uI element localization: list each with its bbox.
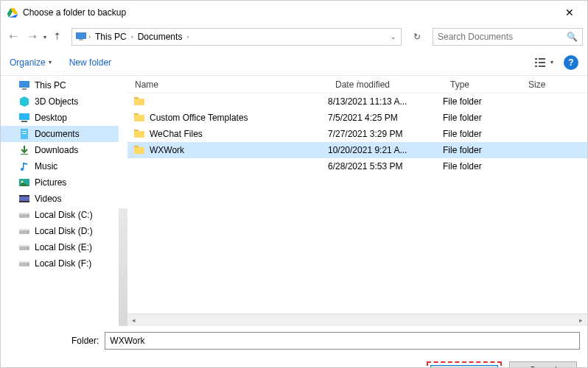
resizer[interactable] — [119, 208, 127, 326]
help-button[interactable]: ? — [564, 55, 578, 70]
recent-menu[interactable]: ▾ — [43, 34, 46, 40]
chevron-right-icon[interactable]: › — [87, 33, 92, 40]
svg-rect-17 — [22, 131, 27, 132]
svg-rect-34 — [19, 245, 29, 247]
svg-rect-8 — [539, 62, 545, 63]
folder-icon — [133, 144, 145, 157]
nav-row: 🠐 🠒 ▾ 🠑 › This PC › Documents › ⌄ ↻ 🔍 — [1, 24, 587, 49]
column-name[interactable]: ⌃Name — [127, 79, 328, 90]
sidebar-item-label: Music — [35, 161, 57, 171]
address-dropdown[interactable]: ⌄ — [385, 33, 401, 40]
sidebar-item-downloads[interactable]: Downloads — [1, 142, 119, 158]
sidebar[interactable]: This PC3D ObjectsDesktopDocumentsDownloa… — [1, 76, 119, 326]
highlight-annotation: Select Folder — [427, 361, 502, 368]
svg-rect-19 — [21, 154, 28, 155]
disk-icon — [18, 258, 30, 269]
down-icon — [18, 144, 30, 156]
desktop-icon — [18, 112, 30, 124]
folder-label: Folder: — [71, 336, 99, 346]
svg-rect-4 — [79, 39, 83, 40]
disk-icon — [18, 225, 30, 237]
vids-icon — [18, 193, 30, 205]
disk-icon — [18, 209, 30, 221]
sidebar-item-label: Documents — [35, 129, 80, 139]
sidebar-item-documents[interactable]: Documents — [1, 126, 119, 142]
svg-rect-15 — [21, 121, 27, 122]
close-icon[interactable]: ✕ — [558, 4, 581, 21]
pc-icon — [18, 79, 30, 91]
cancel-button[interactable]: Cancel — [509, 361, 577, 368]
organize-menu[interactable]: Organize▾ — [10, 57, 52, 68]
sidebar-item-music[interactable]: Music — [1, 158, 119, 174]
chevron-right-icon[interactable]: › — [130, 33, 135, 40]
file-rows: 8/13/2021 11:13 A...File folderCustom Of… — [127, 93, 587, 174]
sidebar-item-local-disk-f-[interactable]: Local Disk (F:) — [1, 255, 119, 272]
sidebar-item-label: Pictures — [35, 177, 66, 188]
docs-icon — [18, 128, 30, 140]
svg-marker-13 — [20, 96, 29, 107]
svg-point-32 — [27, 231, 29, 233]
search-input[interactable] — [438, 32, 567, 42]
file-date: 7/5/2021 4:25 PM — [328, 113, 443, 123]
chevron-right-icon[interactable]: › — [185, 33, 190, 40]
file-name: WXWork — [150, 145, 184, 155]
file-date: 10/20/2021 9:21 A... — [328, 145, 443, 155]
svg-rect-25 — [19, 195, 29, 197]
bottom-panel: Folder: Select Folder Cancel — [1, 326, 587, 368]
file-date: 8/13/2021 11:13 A... — [328, 96, 443, 107]
svg-rect-18 — [22, 133, 27, 134]
column-size[interactable]: Size — [521, 79, 587, 90]
table-row[interactable]: Custom Office Templates7/5/2021 4:25 PMF… — [127, 110, 587, 126]
sidebar-item-label: Videos — [35, 194, 61, 204]
sidebar-item-desktop[interactable]: Desktop — [1, 110, 119, 126]
sidebar-item-local-disk-e-[interactable]: Local Disk (E:) — [1, 239, 119, 255]
table-row[interactable]: 8/13/2021 11:13 A...File folder — [127, 93, 587, 110]
folder-icon — [133, 96, 145, 108]
main-area: This PC3D ObjectsDesktopDocumentsDownloa… — [1, 76, 587, 326]
svg-rect-12 — [22, 88, 27, 90]
scroll-left-icon[interactable]: ◂ — [127, 314, 140, 326]
breadcrumb-segment[interactable]: Documents — [135, 29, 186, 45]
column-date[interactable]: Date modified — [328, 79, 443, 90]
folder-icon — [133, 128, 145, 141]
file-type: File folder — [443, 96, 521, 107]
sidebar-item-label: Downloads — [35, 145, 78, 155]
svg-rect-26 — [19, 201, 29, 202]
svg-point-38 — [27, 263, 29, 265]
search-icon[interactable]: 🔍 — [567, 32, 578, 42]
select-folder-button[interactable]: Select Folder — [430, 365, 498, 368]
3d-icon — [18, 96, 30, 107]
sidebar-item-3d-objects[interactable]: 3D Objects — [1, 93, 119, 110]
horizontal-scrollbar[interactable]: ◂ ▸ — [127, 314, 587, 326]
column-type[interactable]: Type — [443, 79, 521, 90]
sidebar-item-videos[interactable]: Videos — [1, 191, 119, 207]
file-type: File folder — [443, 161, 521, 171]
scroll-right-icon[interactable]: ▸ — [575, 314, 587, 326]
svg-rect-11 — [19, 81, 29, 88]
svg-rect-5 — [535, 58, 537, 60]
folder-input[interactable] — [105, 332, 580, 350]
sidebar-item-this-pc[interactable]: This PC — [1, 77, 119, 93]
table-row[interactable]: WXWork10/20/2021 9:21 A...File folder — [127, 142, 587, 158]
svg-rect-9 — [535, 66, 537, 67]
svg-rect-37 — [19, 261, 29, 263]
address-bar[interactable]: › This PC › Documents › ⌄ — [71, 28, 402, 46]
breadcrumb-segment[interactable]: This PC — [92, 29, 130, 45]
refresh-button[interactable]: ↻ — [407, 29, 427, 45]
table-row[interactable]: WeChat Files7/27/2021 3:29 PMFile folder — [127, 126, 587, 142]
svg-rect-7 — [535, 62, 537, 63]
table-row[interactable]: 6/28/2021 5:53 PMFile folder — [127, 158, 587, 174]
view-options-button[interactable]: ▾ — [531, 54, 556, 71]
up-button[interactable]: 🠑 — [49, 29, 66, 45]
title-bar: Choose a folder to backup ✕ — [1, 1, 587, 24]
new-folder-button[interactable]: New folder — [69, 57, 111, 68]
file-list-pane: ⌃Name Date modified Type Size 8/13/2021 … — [127, 76, 587, 326]
file-type: File folder — [443, 129, 521, 139]
file-name: WeChat Files — [150, 129, 203, 139]
sidebar-item-local-disk-c-[interactable]: Local Disk (C:) — [1, 207, 119, 223]
search-box[interactable]: 🔍 — [433, 28, 583, 46]
back-button[interactable]: 🠐 — [5, 29, 21, 45]
forward-button[interactable]: 🠒 — [24, 29, 41, 45]
sidebar-item-local-disk-d-[interactable]: Local Disk (D:) — [1, 223, 119, 239]
sidebar-item-pictures[interactable]: Pictures — [1, 174, 119, 191]
